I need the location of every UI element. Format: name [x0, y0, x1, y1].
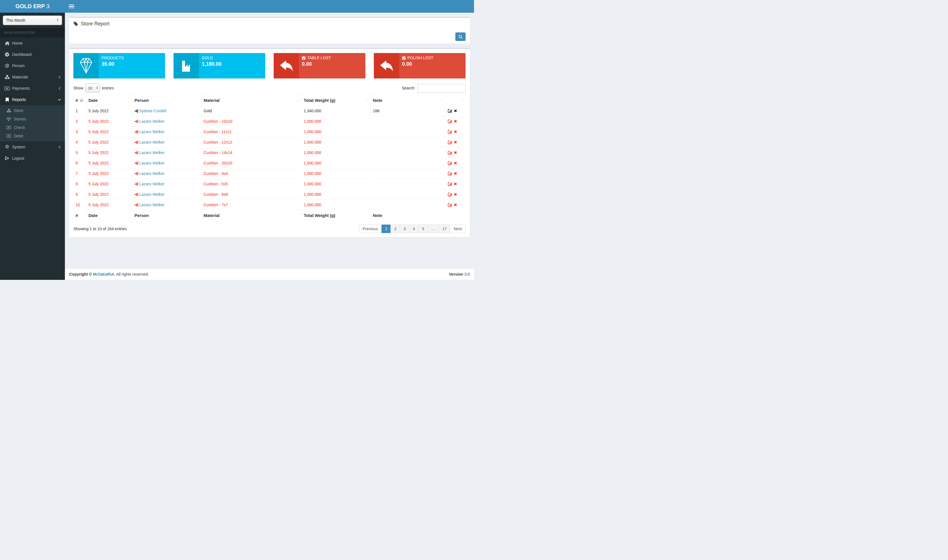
sidebar-item-stones[interactable]: Stones	[0, 115, 65, 123]
sidebar-item-label: Stones	[14, 117, 26, 121]
cell-material: Gold	[201, 106, 301, 116]
author-link[interactable]: MrZaKaRiA.	[93, 272, 115, 277]
person-link[interactable]: Lazaro Welker	[139, 203, 165, 207]
sidebar-item-payments[interactable]: Payments	[0, 83, 65, 94]
reply-arrow-icon	[274, 53, 299, 78]
pagination-previous[interactable]: Previous	[359, 225, 382, 233]
delete-button[interactable]: ✖	[454, 140, 457, 144]
table-row[interactable]: 4 5 July 2022 Lazaro Welker Cushion - 12…	[73, 137, 466, 148]
delete-button[interactable]: ✖	[454, 109, 457, 113]
sidebar-item-reports[interactable]: Reports	[0, 94, 65, 105]
pagination-page-17[interactable]: 17	[439, 225, 451, 233]
person-link[interactable]: Sydnee Cordell	[139, 109, 166, 113]
edit-button[interactable]	[448, 161, 452, 165]
column-header-material[interactable]: Material↓↑	[201, 95, 301, 106]
person-link[interactable]: Lazaro Welker	[139, 182, 165, 186]
edit-button[interactable]	[448, 203, 452, 207]
table-search-input[interactable]	[417, 84, 466, 92]
table-row[interactable]: 10 5 July 2022 Lazaro Welker Cushion - 7…	[73, 200, 466, 210]
delete-button[interactable]: ✖	[454, 172, 457, 175]
table-row[interactable]: 1 5 July 2022 Sydnee Cordell Gold 1,340.…	[73, 106, 466, 116]
sidebar-item-system[interactable]: ⚙ System	[0, 142, 65, 152]
app-window: GOLD ERP 3 This Month ▲▼ MAIN NAVIGATION…	[0, 0, 474, 280]
page-length-select[interactable]: 10	[85, 83, 100, 92]
edit-button[interactable]	[448, 109, 452, 113]
sort-icon: ↓↑	[297, 98, 299, 102]
column-header-weight[interactable]: Total Weight (g)↓↑	[301, 95, 371, 106]
edit-button[interactable]	[448, 140, 452, 145]
person-link[interactable]: Lazaro Welker	[139, 150, 165, 155]
period-select[interactable]: This Month	[3, 15, 62, 25]
search-button[interactable]	[456, 32, 466, 41]
table-row[interactable]: 6 5 July 2022 Lazaro Welker Cushion - 20…	[73, 158, 466, 168]
person-link[interactable]: Lazaro Welker	[139, 161, 165, 165]
person-link[interactable]: Lazaro Welker	[139, 119, 165, 123]
pagination-page-1[interactable]: 1	[382, 225, 391, 233]
cell-note	[371, 137, 445, 148]
delete-button[interactable]: ✖	[454, 161, 457, 165]
edit-button[interactable]	[448, 192, 452, 197]
sidebar-toggle-button[interactable]	[65, 0, 78, 13]
reply-arrow-icon	[374, 53, 399, 78]
sort-asc-icon	[80, 98, 84, 102]
column-header-person[interactable]: Person↓↑	[132, 95, 201, 106]
table-row[interactable]: 8 5 July 2022 Lazaro Welker Cushion - 5x…	[73, 179, 466, 189]
person-link[interactable]: Lazaro Welker	[139, 129, 165, 134]
sidebar-item-person[interactable]: @ Person	[0, 60, 65, 71]
cell-material: Cushion - 11x11	[201, 127, 301, 137]
table-row[interactable]: 3 5 July 2022 Lazaro Welker Cushion - 11…	[73, 127, 466, 137]
version: Version 3.0	[449, 272, 470, 277]
cell-weight: 1,000.000	[301, 168, 371, 179]
table-row[interactable]: 9 5 July 2022 Lazaro Welker Cushion - 6x…	[73, 189, 466, 200]
delete-button[interactable]: ✖	[454, 192, 457, 196]
info-box-products: PRODUCTS 35.00	[73, 53, 165, 78]
table-row[interactable]: 5 5 July 2022 Lazaro Welker Cushion - 14…	[73, 148, 466, 158]
sidebar-item-materials[interactable]: Materials	[0, 71, 65, 83]
brand-logo[interactable]: GOLD ERP 3	[0, 0, 65, 13]
pagination-next[interactable]: Next	[450, 225, 466, 233]
sidebar-item-store[interactable]: Store	[0, 106, 65, 115]
edit-button[interactable]	[448, 150, 452, 155]
table-row[interactable]: 7 5 July 2022 Lazaro Welker Cushion - 4x…	[73, 168, 466, 179]
edit-button[interactable]	[448, 171, 452, 176]
delete-button[interactable]: ✖	[454, 151, 457, 155]
column-header-actions[interactable]: ↓↑	[445, 95, 466, 106]
column-header-note[interactable]: Note↓↑	[371, 95, 445, 106]
footer-col-person: Person	[132, 210, 201, 221]
cell-date: 5 July 2022	[86, 189, 132, 200]
cell-num: 6	[73, 158, 86, 168]
sidebar-item-dashboard[interactable]: Dashboard	[0, 49, 65, 60]
column-header-num[interactable]: #	[73, 95, 86, 106]
edit-button[interactable]	[448, 119, 452, 123]
edit-button[interactable]	[448, 129, 452, 134]
cell-date: 5 July 2022	[86, 148, 132, 158]
sign-in-icon	[135, 130, 138, 134]
pagination-page-3[interactable]: 3	[400, 225, 409, 233]
delete-button[interactable]: ✖	[454, 130, 457, 134]
person-link[interactable]: Lazaro Welker	[139, 192, 165, 197]
sort-icon: ↓↑	[440, 98, 443, 102]
cell-date: 5 July 2022	[86, 200, 132, 210]
pagination-page-5[interactable]: 5	[419, 225, 428, 233]
person-link[interactable]: Lazaro Welker	[139, 171, 165, 176]
info-box-label: TABLE LOST	[307, 55, 331, 60]
pagination-page-4[interactable]: 4	[409, 225, 419, 233]
edit-button[interactable]	[448, 182, 452, 186]
column-header-date[interactable]: Date↓↑	[86, 95, 132, 106]
delete-button[interactable]: ✖	[454, 203, 457, 207]
pagination-page-2[interactable]: 2	[391, 225, 400, 233]
sidebar-item-check[interactable]: Check	[0, 123, 65, 132]
sidebar-item-home[interactable]: Home	[0, 37, 65, 49]
person-link[interactable]: Lazaro Welker	[139, 140, 165, 145]
delete-button[interactable]: ✖	[454, 182, 457, 186]
table-row[interactable]: 2 5 July 2022 Lazaro Welker Cushion - 10…	[73, 116, 466, 127]
delete-button[interactable]: ✖	[454, 119, 457, 123]
sidebar-item-logout[interactable]: Logout	[0, 152, 65, 164]
sidebar-item-debit[interactable]: Debit	[0, 132, 65, 140]
sidebar-menu: Home Dashboard @ Person Materials	[0, 37, 65, 164]
calendar-check-icon	[302, 56, 306, 60]
cell-note	[371, 127, 445, 137]
footer-col-num: #	[73, 210, 86, 221]
sort-icon: ↓↑	[461, 98, 463, 102]
cell-note	[371, 200, 445, 210]
